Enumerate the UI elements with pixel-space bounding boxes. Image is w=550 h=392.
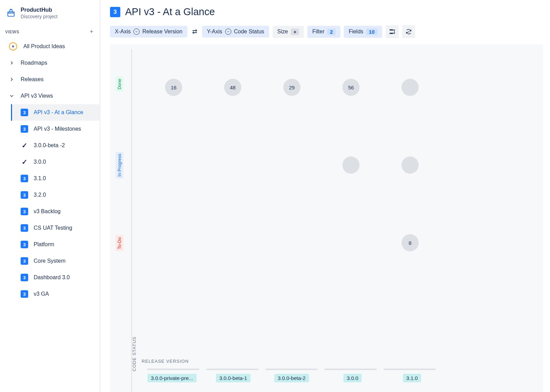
y-category-done: Done xyxy=(116,77,123,91)
nav-label: 3.0.0 xyxy=(34,158,96,166)
page-title: API v3 - At a Glance xyxy=(125,6,215,18)
x-axis-label: RELEASE VERSION xyxy=(142,359,189,364)
views-label: VIEWS xyxy=(5,30,19,34)
nav-label: CS UAT Testing xyxy=(34,224,96,232)
nav-v3-backlog[interactable]: 3 v3 Backlog xyxy=(0,203,100,220)
y-axis-prefix: Y-Axis xyxy=(207,29,222,35)
svg-rect-0 xyxy=(8,12,14,17)
x-category[interactable]: 3.0.0-private-pre... xyxy=(147,374,197,382)
nav-all-product-ideas[interactable]: All Product Ideas xyxy=(0,38,100,55)
bubble[interactable] xyxy=(402,156,419,174)
chevron-right-icon xyxy=(9,77,14,82)
chevron-down-icon xyxy=(9,93,14,99)
nav-label: Core System xyxy=(34,257,96,265)
nav-label: Platform xyxy=(34,241,96,248)
check-icon: ✓ xyxy=(21,141,28,150)
nav-cs-uat-testing[interactable]: 3 CS UAT Testing xyxy=(0,220,100,236)
views-section-header: VIEWS + xyxy=(0,25,100,38)
nav-v3-ga[interactable]: 3 v3 GA xyxy=(0,286,100,302)
nav-api-v3-at-a-glance[interactable]: 3 API v3 - At a Glance xyxy=(11,104,100,121)
svg-text:A: A xyxy=(408,31,410,33)
svg-rect-2 xyxy=(389,33,393,34)
fields-selector[interactable]: Fields 10 xyxy=(344,26,382,38)
nav-label: All Product Ideas xyxy=(23,43,96,50)
nav-label: 3.0.0-beta -2 xyxy=(34,142,96,149)
x-category[interactable]: 3.1.0 xyxy=(403,374,421,382)
compass-icon xyxy=(9,42,17,51)
bubble[interactable]: 29 xyxy=(283,79,300,96)
add-view-button[interactable]: + xyxy=(90,28,94,35)
x-tick xyxy=(384,369,436,370)
refresh-button[interactable]: A xyxy=(402,25,415,38)
card-layout-button[interactable] xyxy=(386,25,399,38)
page-title-row: 3 API v3 - At a Glance xyxy=(110,6,543,18)
nav-roadmaps[interactable]: Roadmaps xyxy=(0,55,100,71)
y-category-inprogress: In Progress xyxy=(116,152,123,178)
bubble[interactable]: 56 xyxy=(342,79,360,96)
nav-label: v3 GA xyxy=(34,290,96,298)
filter-selector[interactable]: Filter 2 xyxy=(307,26,340,38)
chevron-down-icon xyxy=(225,29,231,35)
x-category[interactable]: 3.0.0-beta-1 xyxy=(216,374,251,382)
nav-3-2-0[interactable]: 3 3.2.0 xyxy=(0,187,100,203)
nav-label: API v3 Views xyxy=(21,92,96,100)
fields-count: 10 xyxy=(366,29,377,35)
plus-icon: + xyxy=(291,29,299,35)
svg-rect-1 xyxy=(389,29,393,30)
nav-label: v3 Backlog xyxy=(34,208,96,215)
project-icon xyxy=(6,8,16,18)
view-badge-icon: 3 xyxy=(21,224,28,232)
nav-label: Releases xyxy=(21,76,96,83)
view-badge-icon: 3 xyxy=(21,191,28,199)
page-badge-icon: 3 xyxy=(110,7,120,17)
bubble[interactable]: 16 xyxy=(165,79,182,96)
view-badge-icon: 3 xyxy=(21,290,28,298)
x-axis-selector[interactable]: X-Axis Release Version xyxy=(110,26,187,37)
x-category[interactable]: 3.0.0 xyxy=(343,374,362,382)
sidebar: ProductHub Discovery project VIEWS + All… xyxy=(0,0,100,392)
nav-label: 3.1.0 xyxy=(34,175,96,182)
nav-label: Dashboard 3.0 xyxy=(34,274,96,281)
x-tick xyxy=(206,369,258,370)
nav-label: Roadmaps xyxy=(21,59,96,67)
check-icon: ✓ xyxy=(21,158,28,166)
nav-label: 3.2.0 xyxy=(34,191,96,199)
main-content: 3 API v3 - At a Glance X-Axis Release Ve… xyxy=(100,0,550,392)
view-badge-icon: 3 xyxy=(21,109,28,116)
nav-releases[interactable]: Releases xyxy=(0,71,100,88)
chevron-right-icon xyxy=(9,60,14,66)
view-badge-icon: 3 xyxy=(21,257,28,265)
nav-api-v3-milestones[interactable]: 3 API v3 - Milestones xyxy=(0,121,100,137)
y-axis-label: CODE STATUS xyxy=(132,336,137,371)
bubble[interactable]: 8 xyxy=(402,234,419,251)
card-layout-icon xyxy=(389,28,396,35)
fields-label: Fields xyxy=(349,29,363,35)
nav-core-system[interactable]: 3 Core System xyxy=(0,253,100,269)
view-badge-icon: 3 xyxy=(21,274,28,281)
project-title: ProductHub xyxy=(21,7,57,13)
x-tick xyxy=(265,369,318,370)
bubble[interactable] xyxy=(402,79,419,96)
project-header: ProductHub Discovery project xyxy=(0,3,100,25)
nav-platform[interactable]: 3 Platform xyxy=(0,236,100,253)
view-badge-icon: 3 xyxy=(21,241,28,248)
nav-dashboard-3-0[interactable]: 3 Dashboard 3.0 xyxy=(0,269,100,286)
y-category-todo: To-Do xyxy=(116,235,123,251)
size-selector[interactable]: Size + xyxy=(273,26,304,38)
bubble[interactable] xyxy=(342,156,360,174)
view-badge-icon: 3 xyxy=(21,208,28,215)
nav-3-1-0[interactable]: 3 3.1.0 xyxy=(0,170,100,187)
x-axis-prefix: X-Axis xyxy=(115,29,131,35)
nav-3-0-0-beta-2[interactable]: ✓ 3.0.0-beta -2 xyxy=(0,137,100,154)
nav-3-0-0[interactable]: ✓ 3.0.0 xyxy=(0,154,100,170)
bubble[interactable]: 48 xyxy=(224,79,241,96)
swap-axes-button[interactable]: ⇄ xyxy=(191,28,199,35)
y-axis-selector[interactable]: Y-Axis Code Status xyxy=(202,26,269,37)
x-tick xyxy=(324,369,377,370)
nav-label: API v3 - At a Glance xyxy=(34,109,96,116)
view-badge-icon: 3 xyxy=(21,125,28,133)
x-category[interactable]: 3.0.0-beta-2 xyxy=(274,374,309,382)
size-label: Size xyxy=(277,29,288,35)
nav-api-v3-views[interactable]: API v3 Views xyxy=(0,88,100,104)
matrix-chart[interactable]: Done In Progress To-Do 16 48 29 56 8 COD… xyxy=(110,44,543,392)
